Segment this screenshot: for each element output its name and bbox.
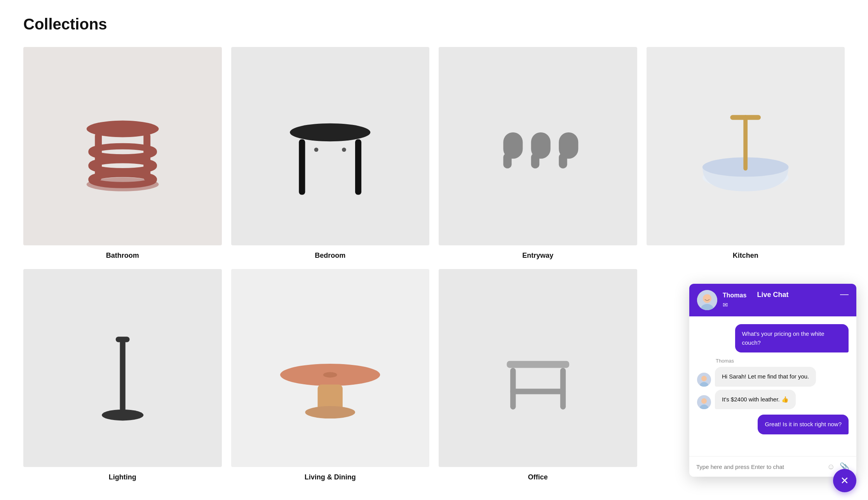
chat-header-info: Thomas ✉ [723, 292, 746, 309]
chat-message-agent-1: Hi Sarah! Let me find that for you. [715, 367, 816, 387]
collection-label-kitchen: Kitchen [733, 252, 758, 260]
chat-agent-name: Thomas [723, 292, 746, 299]
svg-point-41 [701, 398, 707, 404]
svg-point-11 [342, 148, 346, 152]
svg-point-36 [703, 294, 711, 303]
svg-point-6 [86, 177, 159, 191]
collection-label-lighting: Lighting [109, 473, 136, 481]
chat-agent-mini-avatar-2 [697, 395, 711, 409]
chat-input-area: ☺ 📎 [689, 456, 856, 477]
collection-image-kitchen [647, 47, 845, 245]
chat-agent-label: Thomas [716, 358, 849, 364]
collection-label-entryway: Entryway [522, 252, 553, 260]
live-chat-widget: Thomas ✉ Live Chat — What's your pricing… [689, 284, 856, 477]
collection-item-entryway[interactable]: Entryway [439, 47, 637, 260]
chat-input-field[interactable] [696, 464, 823, 470]
svg-rect-23 [120, 340, 125, 418]
collection-label-office: Office [528, 473, 548, 481]
svg-rect-13 [503, 153, 511, 168]
collection-label-living: Living & Dining [305, 473, 356, 481]
chat-title: Live Chat [757, 291, 788, 299]
svg-rect-8 [299, 139, 305, 194]
chat-agent-row-2: It's $2400 with leather. 👍 [697, 390, 849, 410]
chat-messages-container: What's your pricing on the white couch? … [689, 316, 856, 456]
svg-point-38 [701, 376, 707, 381]
chat-message-user-2: Great! Is it in stock right now? [758, 415, 849, 434]
collection-label-bedroom: Bedroom [315, 252, 345, 260]
collection-item-lighting[interactable]: Lighting [23, 269, 222, 482]
collection-image-office [439, 269, 637, 467]
chat-message-user-1: What's your pricing on the white couch? [735, 324, 849, 352]
page-title: Collections [23, 16, 845, 33]
close-icon: ✕ [840, 476, 849, 486]
chat-agent-row-1: Hi Sarah! Let me find that for you. [697, 367, 849, 387]
emoji-button[interactable]: ☺ [827, 462, 835, 471]
chat-agent-avatar [697, 290, 717, 310]
collection-image-living [231, 269, 430, 467]
collection-image-bedroom [231, 47, 430, 245]
collection-item-bathroom[interactable]: Bathroom [23, 47, 222, 260]
svg-point-7 [290, 123, 370, 141]
email-icon: ✉ [723, 301, 746, 309]
chat-fab-close-button[interactable]: ✕ [833, 469, 856, 492]
svg-rect-32 [510, 389, 566, 394]
chat-header: Thomas ✉ Live Chat — [689, 284, 856, 316]
collection-item-bedroom[interactable]: Bedroom [231, 47, 430, 260]
svg-rect-21 [730, 115, 761, 120]
chat-agent-message-group: Thomas Hi Sarah! Let me find that for yo… [697, 358, 849, 409]
collection-item-kitchen[interactable]: Kitchen [647, 47, 845, 260]
collection-image-bathroom [23, 47, 222, 245]
svg-rect-15 [531, 153, 539, 168]
collection-label-bathroom: Bathroom [106, 252, 139, 260]
svg-point-10 [314, 148, 319, 152]
svg-point-27 [305, 406, 355, 418]
chat-header-left: Thomas ✉ [697, 290, 746, 310]
collection-item-office[interactable]: Office [439, 269, 637, 482]
svg-rect-20 [743, 115, 748, 170]
collection-image-entryway [439, 47, 637, 245]
svg-rect-9 [355, 139, 361, 194]
svg-rect-29 [507, 361, 569, 368]
svg-rect-24 [115, 337, 129, 342]
collection-image-lighting [23, 269, 222, 467]
svg-rect-17 [559, 153, 567, 168]
collection-item-living[interactable]: Living & Dining [231, 269, 430, 482]
svg-point-28 [323, 372, 337, 377]
chat-minimize-button[interactable]: — [840, 290, 849, 299]
chat-agent-mini-avatar-1 [697, 373, 711, 387]
chat-message-agent-2: It's $2400 with leather. 👍 [715, 390, 796, 410]
